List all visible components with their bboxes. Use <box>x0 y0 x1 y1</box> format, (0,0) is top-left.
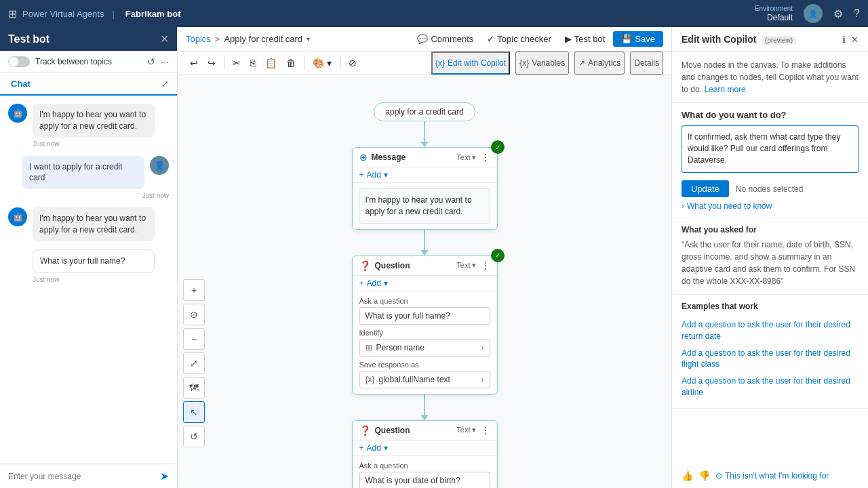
question-1-add[interactable]: + Add ▾ <box>353 276 497 291</box>
breadcrumb-dropdown-icon[interactable]: ▾ <box>307 35 310 43</box>
ask-question-value-1[interactable]: What is your full name? <box>359 307 490 325</box>
message-node-icon: ⊕ <box>359 152 368 163</box>
undo-button[interactable]: ↩ <box>186 55 202 71</box>
chat-input[interactable] <box>8 472 155 481</box>
expand-chat-icon[interactable]: ⤢ <box>161 79 169 89</box>
identify-field-1: Identify ⊞ Person name › <box>359 329 490 357</box>
fit-view-button[interactable]: ⊙ <box>183 304 205 325</box>
erase-button[interactable]: ⊘ <box>344 55 361 71</box>
question-node-2[interactable]: ❓ Question Text ▾ ⋮ + Add ▾ Ask a questi… <box>352 420 498 488</box>
question-1-menu[interactable]: ⋮ <box>481 260 490 271</box>
question-2-type: Text ▾ <box>456 426 476 434</box>
trigger-node[interactable]: apply for a credit card <box>374 102 475 121</box>
select-tool-button[interactable]: ↖ <box>183 401 205 423</box>
copilot-info-icon[interactable]: ℹ <box>842 35 846 45</box>
copilot-tab-icon: {x} <box>435 58 445 68</box>
comments-icon: 💬 <box>417 34 428 44</box>
learn-more-link[interactable]: Learn more <box>704 85 745 94</box>
copilot-textarea[interactable]: If confirmed, ask them what card type th… <box>682 125 859 173</box>
question-node-2-wrapper: ❓ Question Text ▾ ⋮ + Add ▾ Ask a questi… <box>352 420 498 488</box>
delete-button[interactable]: 🗑 <box>282 55 300 71</box>
variables-label: Variables <box>532 58 565 68</box>
chevron-right-icon: › <box>682 201 684 211</box>
what-you-need-link[interactable]: › What you need to know <box>682 201 859 211</box>
save-icon: 💾 <box>621 34 632 44</box>
user-avatar[interactable]: 👤 <box>804 4 823 23</box>
center-area: Topics > Apply for credit card ▾ 💬 Comme… <box>178 27 671 488</box>
not-looking-label: This isn't what I'm looking for <box>725 471 829 481</box>
flow-container: apply for a credit card ⊕ Message Text ▾… <box>191 89 658 488</box>
copilot-footer: 👍 👎 ⊙ This isn't what I'm looking for <box>672 464 868 488</box>
variables-icon: {x} <box>519 58 529 68</box>
zoom-out-button[interactable]: − <box>183 328 205 350</box>
save-icon-1: {x} <box>366 375 375 384</box>
copilot-close-icon[interactable]: ✕ <box>851 35 859 45</box>
not-looking-for-link[interactable]: ⊙ This isn't what I'm looking for <box>715 471 829 481</box>
save-button[interactable]: 💾 Save <box>613 31 663 47</box>
question-1-header: ❓ Question Text ▾ ⋮ <box>353 256 497 276</box>
connector-3 <box>424 394 425 415</box>
comments-button[interactable]: 💬 Comments <box>412 31 479 47</box>
test-bot-icon: ▶ <box>565 34 572 44</box>
thumbs-down-icon[interactable]: 👎 <box>698 470 710 481</box>
message-node-add[interactable]: + Add ▾ <box>353 167 497 183</box>
topic-checker-button[interactable]: ✓ Topic checker <box>481 31 556 47</box>
identify-value-1[interactable]: ⊞ Person name › <box>359 339 490 357</box>
canvas-content: apply for a credit card ⊕ Message Text ▾… <box>178 75 671 488</box>
redo-button[interactable]: ↪ <box>203 55 220 71</box>
cut-button[interactable]: ✂ <box>229 55 245 71</box>
question-2-menu[interactable]: ⋮ <box>481 425 490 436</box>
variables-tab[interactable]: {x} Variables <box>515 52 569 75</box>
question-2-add[interactable]: + Add ▾ <box>353 441 497 456</box>
message-node-body: I'm happy to hear you want to apply for … <box>353 183 497 229</box>
bot-name: Fabrikam bot <box>125 9 181 19</box>
copy-button[interactable]: ⎘ <box>246 55 260 71</box>
main-layout: Test bot ✕ Track between topics ↺ ··· Ch… <box>0 27 868 488</box>
settings-icon[interactable]: ⚙ <box>833 7 843 20</box>
track-topics-label: Track between topics <box>35 57 142 66</box>
question-2-icon: ❓ <box>359 425 371 436</box>
example-item-2[interactable]: Add a question to ask the user for their… <box>682 345 859 373</box>
zoom-in-button[interactable]: + <box>183 279 205 301</box>
panel-controls: Track between topics ↺ ··· <box>0 51 177 73</box>
paint-button[interactable]: 🎨 ▾ <box>309 55 336 71</box>
edit-copilot-tab[interactable]: {x} Edit with Copilot <box>431 52 510 75</box>
ask-question-value-2[interactable]: What is your date of birth? <box>359 472 490 488</box>
copilot-panel-icons: ℹ ✕ <box>842 35 859 45</box>
copilot-panel-header: Edit with Copilot (preview) ℹ ✕ <box>672 27 868 52</box>
fullscreen-button[interactable]: ⤢ <box>183 352 205 374</box>
save-chevron-1: › <box>481 375 484 384</box>
toolbar-divider-3 <box>340 56 340 70</box>
message-node-1[interactable]: ⊕ Message Text ▾ ⋮ + Add ▾ I'm happy to … <box>352 147 498 230</box>
analytics-label: Analytics <box>588 58 620 68</box>
help-icon[interactable]: ? <box>854 7 860 20</box>
question-1-check: ✓ <box>491 249 505 262</box>
ask-question-label-2: Ask a question <box>359 462 490 470</box>
example-item-3[interactable]: Add a question to ask the user for their… <box>682 373 859 401</box>
breadcrumb-current: Apply for credit card <box>224 34 302 44</box>
app-grid-icon[interactable]: ⊞ <box>8 7 17 20</box>
undo-canvas-button[interactable]: ↺ <box>183 426 205 447</box>
chat-area: 🤖 I'm happy to hear you want to apply fo… <box>0 96 177 464</box>
thumbs-up-icon[interactable]: 👍 <box>682 470 693 481</box>
track-topics-toggle[interactable] <box>8 56 30 67</box>
map-button[interactable]: 🗺 <box>183 377 205 399</box>
update-button[interactable]: Update <box>682 180 729 197</box>
send-button[interactable]: ➤ <box>160 470 169 483</box>
chat-tab[interactable]: Chat <box>8 73 33 96</box>
breadcrumb-topics[interactable]: Topics <box>186 34 211 44</box>
message-node-menu[interactable]: ⋮ <box>481 152 490 163</box>
close-panel-button[interactable]: ✕ <box>160 33 169 45</box>
details-tab[interactable]: Details <box>630 52 663 75</box>
analytics-tab[interactable]: ↗ Analytics <box>574 52 625 75</box>
example-item-1[interactable]: Add a question to ask the user for their… <box>682 317 859 345</box>
test-bot-toolbar-button[interactable]: ▶ Test bot <box>559 31 611 47</box>
more-options-button[interactable]: ··· <box>161 56 169 67</box>
paste-button[interactable]: 📋 <box>261 55 281 71</box>
examples-section: Examples that work Add a question to ask… <box>672 295 868 409</box>
bot-message-2: 🤖 I'm happy to hear you want to apply fo… <box>8 207 169 241</box>
question-node-1[interactable]: ❓ Question Text ▾ ⋮ + Add ▾ Ask a questi… <box>352 256 498 394</box>
refresh-button[interactable]: ↺ <box>147 56 155 67</box>
save-response-value-1[interactable]: {x} global.fullName text › <box>359 371 490 388</box>
chat-input-area: ➤ <box>0 464 177 488</box>
